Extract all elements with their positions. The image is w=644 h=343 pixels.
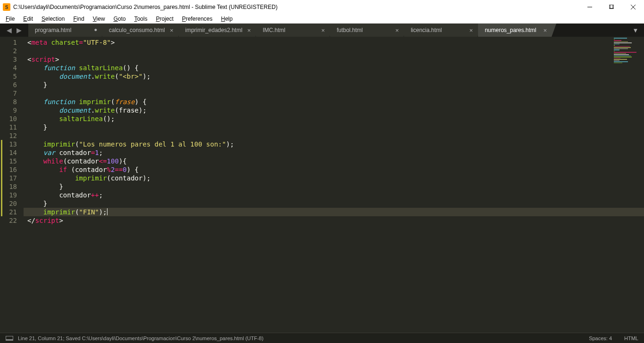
line-number[interactable]: 16 (0, 165, 24, 174)
close-icon[interactable]: × (396, 27, 399, 34)
tab-label: calculo_consumo.html (109, 27, 165, 33)
window-title: C:\Users\dayli\Documents\Programacion\Cu… (13, 4, 278, 10)
line-number[interactable]: 8 (0, 98, 24, 106)
code-line[interactable]: } (24, 81, 644, 89)
line-number[interactable]: 3 (0, 55, 24, 64)
code-line[interactable]: imprimir("FIN"); (24, 208, 644, 216)
line-number[interactable]: 15 (0, 157, 24, 165)
tab-IMC-html[interactable]: IMC.html× (256, 24, 330, 37)
menu-file[interactable]: File (2, 15, 18, 23)
code-line[interactable]: } (24, 199, 644, 208)
code-line[interactable]: <meta charset="UTF-8"> (24, 38, 644, 47)
tabs-container: programa.html•calculo_consumo.html×impri… (28, 24, 627, 37)
line-number[interactable]: 19 (0, 191, 24, 199)
minimize-button[interactable] (579, 0, 601, 14)
close-icon[interactable]: × (322, 27, 325, 34)
menu-find[interactable]: Find (69, 15, 88, 23)
minimap-line (614, 60, 619, 61)
svg-rect-1 (609, 5, 613, 8)
menu-selection[interactable]: Selection (38, 15, 68, 23)
line-number[interactable]: 17 (0, 174, 24, 182)
maximize-button[interactable] (601, 0, 622, 14)
code-line[interactable]: saltarLinea(); (24, 114, 644, 123)
language-indicator[interactable]: HTML (624, 335, 638, 341)
code-line[interactable] (24, 131, 644, 140)
nav-forward-icon[interactable]: ▶ (17, 26, 22, 34)
minimap-line (614, 58, 620, 59)
minimap-line (614, 39, 615, 40)
title-left: S C:\Users\dayli\Documents\Programacion\… (3, 3, 278, 11)
code-line[interactable] (24, 89, 644, 98)
line-number[interactable]: 18 (0, 182, 24, 191)
code-line[interactable]: contador++; (24, 191, 644, 199)
code-line[interactable]: document.write("<br>"); (24, 72, 644, 81)
line-number[interactable]: 1 (0, 38, 24, 47)
tab-calculo_consumo-html[interactable]: calculo_consumo.html× (102, 24, 178, 37)
editor-area: 12345678910111213141516171819202122 <met… (0, 37, 644, 333)
line-number[interactable]: 14 (0, 148, 24, 157)
line-number[interactable]: 20 (0, 199, 24, 208)
close-icon[interactable]: × (248, 27, 251, 34)
code-line[interactable] (24, 47, 644, 55)
close-icon[interactable]: × (544, 27, 547, 34)
menu-project[interactable]: Project (152, 15, 177, 23)
close-icon[interactable]: × (170, 27, 173, 34)
nav-back-icon[interactable]: ◀ (7, 26, 12, 34)
tab-programa-html[interactable]: programa.html• (28, 24, 102, 37)
gutter[interactable]: 12345678910111213141516171819202122 (0, 37, 24, 333)
tab-numeros_pares-html[interactable]: numeros_pares.html× (478, 24, 552, 37)
code-editor[interactable]: <meta charset="UTF-8"><script> function … (24, 37, 644, 333)
minimap-line (614, 42, 632, 43)
code-line[interactable]: } (24, 123, 644, 131)
menu-tools[interactable]: Tools (131, 15, 151, 23)
tab-overflow-icon[interactable]: ▼ (627, 24, 644, 37)
panel-icon[interactable] (6, 336, 13, 341)
minimap-line (614, 54, 629, 55)
line-number[interactable]: 2 (0, 47, 24, 55)
menu-view[interactable]: View (89, 15, 109, 23)
minimap-line (614, 47, 631, 48)
tab-futbol-html[interactable]: futbol.html× (330, 24, 404, 37)
tab-licencia-html[interactable]: licencia.html× (404, 24, 478, 37)
code-line[interactable]: imprimir("Los numeros pares del 1 al 100… (24, 140, 644, 148)
line-number[interactable]: 13 (0, 140, 24, 148)
menu-preferences[interactable]: Preferences (178, 15, 216, 23)
window-controls (579, 0, 644, 14)
app-icon: S (3, 3, 10, 11)
code-line[interactable]: } (24, 182, 644, 191)
line-number[interactable]: 12 (0, 131, 24, 140)
code-line[interactable]: if (contador%2==0) { (24, 165, 644, 174)
minimap-line (614, 59, 627, 60)
close-icon[interactable]: × (470, 27, 473, 34)
code-line[interactable]: </script> (24, 216, 644, 225)
line-number[interactable]: 6 (0, 81, 24, 89)
minimap-line (614, 40, 621, 41)
code-line[interactable]: var contador=1; (24, 148, 644, 157)
indent-indicator[interactable]: Spaces: 4 (589, 335, 612, 341)
code-line[interactable]: <script> (24, 55, 644, 64)
tab-imprimir_edades2-html[interactable]: imprimir_edades2.html× (179, 24, 256, 37)
minimap-line (614, 45, 615, 46)
svg-rect-2 (610, 5, 614, 8)
code-line[interactable]: document.write(frase); (24, 106, 644, 114)
line-number[interactable]: 9 (0, 106, 24, 114)
minimap-line (614, 51, 615, 52)
minimap[interactable] (614, 38, 642, 64)
line-number[interactable]: 5 (0, 72, 24, 81)
code-line[interactable]: function saltarLinea() { (24, 64, 644, 72)
close-button[interactable] (622, 0, 644, 14)
code-line[interactable]: function imprimir(frase) { (24, 98, 644, 106)
minimap-line (614, 52, 636, 53)
menu-help[interactable]: Help (217, 15, 237, 23)
code-line[interactable]: while(contador<=100){ (24, 157, 644, 165)
menu-edit[interactable]: Edit (19, 15, 37, 23)
line-number[interactable]: 7 (0, 89, 24, 98)
line-number[interactable]: 11 (0, 123, 24, 131)
line-number[interactable]: 21 (0, 208, 24, 216)
line-number[interactable]: 22 (0, 216, 24, 225)
menu-goto[interactable]: Goto (110, 15, 130, 23)
tab-label: IMC.html (263, 27, 285, 33)
line-number[interactable]: 10 (0, 114, 24, 123)
line-number[interactable]: 4 (0, 64, 24, 72)
code-line[interactable]: imprimir(contador); (24, 174, 644, 182)
